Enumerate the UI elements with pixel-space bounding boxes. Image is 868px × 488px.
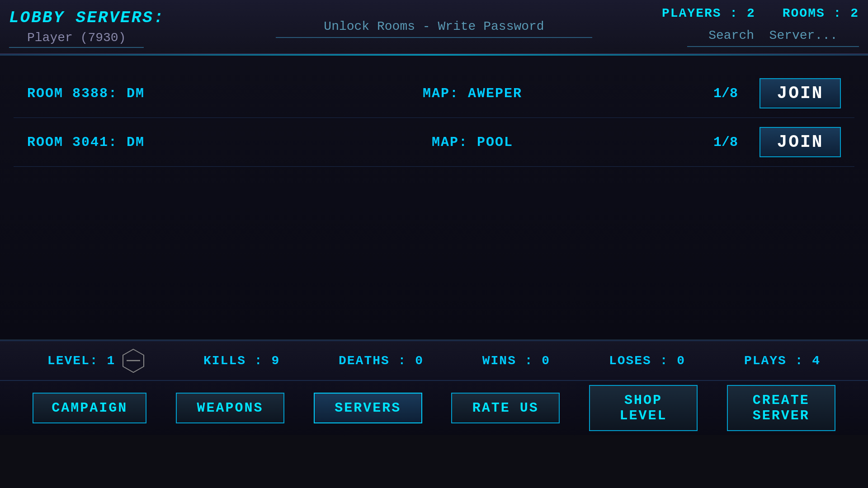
room-map: MAP: POOL (253, 135, 692, 150)
deaths-stat: DEATHS : 0 (339, 354, 424, 368)
table-row: ROOM 3041: DM MAP: POOL 1/8 JOIN (14, 118, 854, 167)
rate-us-button[interactable]: RATE US (451, 393, 560, 423)
kills-label: KILLS : 9 (203, 354, 280, 368)
join-button-2[interactable]: JOIN (760, 127, 841, 157)
level-label: LEVEL: 1 (47, 354, 115, 368)
rooms-stat: ROOMS : 2 (783, 6, 859, 20)
loses-label: LOSES : 0 (609, 354, 685, 368)
header: LOBBY SERVERS: Player (7930) PLAYERS : 2… (0, 0, 868, 54)
plays-stat: PLAYS : 4 (744, 354, 821, 368)
password-input[interactable] (276, 16, 592, 38)
search-input[interactable] (687, 25, 859, 47)
wins-stat: WINS : 0 (482, 354, 550, 368)
players-stat: PLAYERS : 2 (662, 6, 755, 20)
create-server-button[interactable]: CREATE SERVER (727, 385, 835, 431)
campaign-button[interactable]: CAMPAIGN (33, 393, 146, 423)
join-button-1[interactable]: JOIN (760, 78, 841, 108)
weapons-button[interactable]: WEAPONS (176, 393, 284, 423)
stats-bar: LEVEL: 1 KILLS : 9 DEATHS : 0 WINS : 0 L… (0, 340, 868, 381)
room-players: 1/8 (692, 86, 760, 101)
plays-label: PLAYS : 4 (744, 354, 821, 368)
loses-stat: LOSES : 0 (609, 354, 685, 368)
lobby-title: LOBBY SERVERS: (9, 9, 244, 27)
servers-button[interactable]: SERVERS (314, 393, 422, 423)
room-name: ROOM 8388: DM (27, 86, 253, 101)
room-map: MAP: AWEPER (253, 86, 692, 101)
bottom-nav: CAMPAIGN WEAPONS SERVERS RATE US SHOP LE… (0, 381, 868, 435)
room-name: ROOM 3041: DM (27, 135, 253, 150)
room-list: ROOM 8388: DM MAP: AWEPER 1/8 JOIN ROOM … (14, 69, 854, 167)
level-badge-icon (122, 348, 145, 373)
room-list-area: ROOM 8388: DM MAP: AWEPER 1/8 JOIN ROOM … (0, 56, 868, 340)
deaths-label: DEATHS : 0 (339, 354, 424, 368)
shop-level-button[interactable]: SHOP LEVEL (589, 385, 698, 431)
level-stat: LEVEL: 1 (47, 348, 145, 373)
wins-label: WINS : 0 (482, 354, 550, 368)
room-players: 1/8 (692, 135, 760, 150)
player-name: Player (7930) (9, 28, 144, 48)
table-row: ROOM 8388: DM MAP: AWEPER 1/8 JOIN (14, 69, 854, 118)
kills-stat: KILLS : 9 (203, 354, 280, 368)
